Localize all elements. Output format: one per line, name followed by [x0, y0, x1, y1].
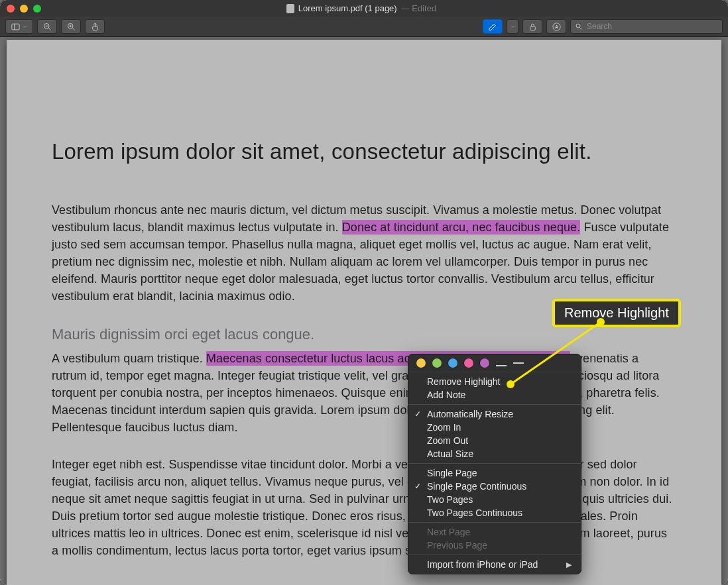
annotate-text-button[interactable]: A — [546, 19, 566, 34]
highlight-color-green[interactable] — [432, 358, 442, 368]
menu-prev-page: Previous Page — [408, 539, 581, 552]
menu-label: Remove Highlight — [427, 376, 501, 387]
menu-label: Add Note — [427, 390, 465, 400]
title-filename: Lorem ipsum.pdf (1 page) — [298, 3, 397, 13]
highlight-color-yellow[interactable] — [416, 358, 426, 368]
title-edited-suffix: — Edited — [401, 3, 436, 13]
menu-label: Single Page — [427, 468, 477, 478]
page-subheading: Mauris dignissim orci eget lacus congue. — [52, 326, 676, 343]
menu-two-pages-continuous[interactable]: Two Pages Continuous — [408, 506, 581, 519]
paragraph-2: A vestibulum quam tristique. Maecenas co… — [52, 350, 676, 436]
document-icon — [286, 4, 294, 13]
svg-line-6 — [72, 28, 74, 30]
zoom-out-icon — [42, 22, 52, 32]
menu-label: Two Pages Continuous — [427, 507, 522, 518]
share-icon — [90, 22, 100, 32]
search-icon — [575, 23, 583, 30]
strikethrough-style[interactable] — [513, 362, 524, 364]
zoom-in-button[interactable] — [61, 19, 81, 34]
submenu-arrow-icon: ▶ — [566, 560, 572, 569]
window-title: Lorem ipsum.pdf (1 page) — Edited — [41, 3, 682, 13]
menu-label: Zoom Out — [427, 435, 468, 446]
svg-text:A: A — [555, 25, 558, 29]
page-heading: Lorem ipsum dolor sit amet, consectetur … — [52, 139, 676, 164]
menu-two-pages[interactable]: Two Pages — [408, 493, 581, 506]
menu-label: Actual Size — [427, 449, 473, 459]
paragraph-1: Vestibulum rhoncus ante nec mauris dictu… — [52, 201, 676, 305]
sidebar-toggle-button[interactable] — [5, 19, 33, 34]
svg-rect-11 — [530, 26, 535, 30]
highlight-1[interactable]: Donec at tincidunt arcu, nec faucibus ne… — [342, 220, 581, 235]
markup-dropdown[interactable] — [507, 19, 518, 34]
menu-label: Previous Page — [427, 540, 487, 551]
menu-single-page-continuous[interactable]: ✓Single Page Continuous — [408, 480, 581, 493]
preview-window: Lorem ipsum.pdf (1 page) — Edited — [0, 0, 728, 585]
highlight-color-row — [408, 354, 581, 372]
markup-toggle-button[interactable] — [483, 19, 503, 34]
p2-text-a: A vestibulum quam tristique. — [52, 352, 206, 365]
zoom-in-icon — [66, 22, 76, 32]
svg-line-3 — [48, 28, 50, 30]
svg-rect-0 — [12, 24, 19, 30]
menu-label: Automatically Resize — [427, 409, 513, 419]
annotation-callout: Remove Highlight — [552, 299, 681, 327]
svg-line-15 — [580, 28, 582, 30]
menu-zoom-in[interactable]: Zoom In — [408, 421, 581, 434]
search-input[interactable] — [587, 22, 718, 31]
zoom-out-button[interactable] — [37, 19, 57, 34]
menu-auto-resize[interactable]: ✓Automatically Resize — [408, 407, 581, 421]
rotate-button[interactable] — [522, 19, 542, 34]
close-button[interactable] — [7, 5, 15, 13]
share-button[interactable] — [85, 19, 105, 34]
paragraph-3: Integer eget nibh est. Suspendisse vitae… — [52, 456, 676, 559]
menu-single-page[interactable]: Single Page — [408, 466, 581, 480]
minimize-button[interactable] — [20, 5, 28, 13]
underline-style[interactable] — [496, 360, 507, 366]
menu-label: Next Page — [427, 527, 470, 537]
menu-actual-size[interactable]: Actual Size — [408, 447, 581, 460]
menu-label: Two Pages — [427, 494, 473, 505]
menu-add-note[interactable]: Add Note — [408, 388, 581, 401]
context-menu: Remove Highlight Add Note ✓Automatically… — [408, 354, 581, 574]
menu-label: Zoom In — [427, 422, 461, 433]
check-icon: ✓ — [414, 409, 421, 419]
toolbar: A — [0, 17, 728, 37]
markup-pen-icon — [488, 22, 498, 32]
check-icon: ✓ — [414, 482, 421, 491]
search-field-wrap[interactable] — [570, 19, 723, 34]
menu-label: Single Page Continuous — [427, 481, 526, 492]
maximize-button[interactable] — [33, 5, 41, 13]
callout-label: Remove Highlight — [564, 305, 669, 320]
menu-remove-highlight[interactable]: Remove Highlight — [408, 375, 581, 388]
menu-zoom-out[interactable]: Zoom Out — [408, 434, 581, 447]
highlight-color-blue[interactable] — [448, 358, 457, 368]
menu-label: Import from iPhone or iPad — [427, 559, 538, 570]
window-traffic-lights — [7, 5, 41, 13]
menu-next-page: Next Page — [408, 525, 581, 539]
text-style-icon: A — [552, 22, 562, 32]
svg-point-14 — [576, 24, 580, 28]
highlight-color-purple[interactable] — [480, 358, 489, 368]
lock-icon — [528, 22, 538, 32]
titlebar: Lorem ipsum.pdf (1 page) — Edited — [0, 0, 728, 17]
highlight-color-pink[interactable] — [464, 358, 473, 368]
chevron-down-icon — [22, 24, 28, 30]
menu-import-from-device[interactable]: Import from iPhone or iPad▶ — [408, 558, 581, 571]
chevron-down-icon — [510, 24, 516, 30]
sidebar-icon — [11, 22, 21, 32]
